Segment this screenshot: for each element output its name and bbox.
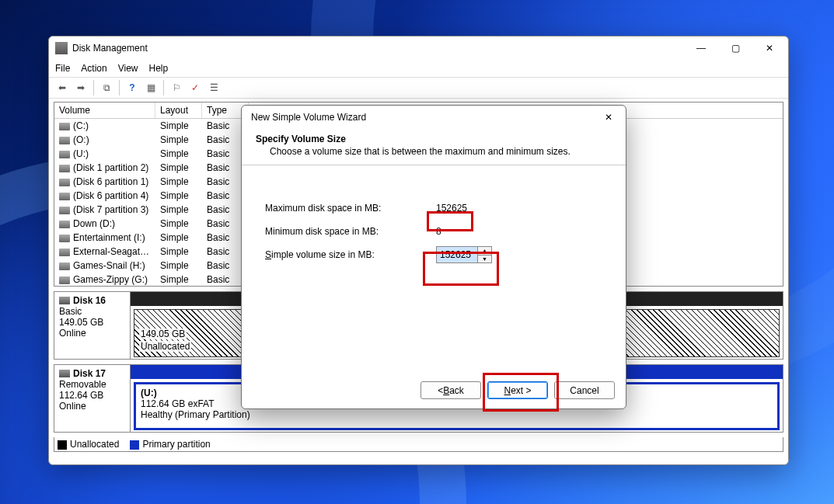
- disk-label: Disk 16: [73, 295, 106, 306]
- volume-icon: [59, 221, 70, 228]
- min-space-value: 8: [436, 226, 529, 237]
- dialog-titlebar[interactable]: New Simple Volume Wizard ✕: [242, 106, 626, 129]
- disk-size: 149.05 GB: [59, 317, 125, 328]
- volume-size-input[interactable]: [437, 247, 477, 262]
- legend-unallocated: Unallocated: [70, 439, 119, 450]
- disk-16-info: Disk 16 Basic 149.05 GB Online: [54, 292, 131, 359]
- window-title: Disk Management: [72, 43, 684, 54]
- spin-down-icon[interactable]: ▼: [478, 255, 491, 263]
- min-space-label: Minimum disk space in MB:: [265, 226, 436, 237]
- back-button[interactable]: < Back: [420, 381, 481, 399]
- volume-size-label: Simple volume size in MB:: [265, 249, 436, 260]
- list-icon[interactable]: ☰: [205, 79, 222, 96]
- volume-icon: [59, 123, 70, 130]
- disk-status: Online: [59, 328, 125, 339]
- col-layout[interactable]: Layout: [155, 103, 202, 118]
- disk-kind: Basic: [59, 306, 125, 317]
- action-icon[interactable]: ⚐: [168, 79, 185, 96]
- primary-swatch: [130, 440, 139, 450]
- col-volume[interactable]: Volume: [54, 103, 155, 118]
- volume-icon: [59, 151, 70, 158]
- dialog-close-button[interactable]: ✕: [596, 107, 621, 127]
- volume-icon: [59, 193, 70, 200]
- close-button[interactable]: ✕: [752, 36, 787, 60]
- legend-primary: Primary partition: [142, 439, 210, 450]
- menu-action[interactable]: Action: [81, 63, 106, 74]
- disk-icon: [59, 297, 70, 304]
- disk-icon: [59, 370, 70, 377]
- disk-status: Online: [59, 401, 125, 412]
- partition-name: (U:): [141, 388, 157, 398]
- volume-icon: [59, 207, 70, 214]
- volume-icon: [59, 179, 70, 186]
- spin-up-icon[interactable]: ▲: [478, 247, 491, 255]
- dialog-title: New Simple Volume Wizard: [251, 112, 596, 123]
- toolbar: ⬅ ➡ ⧉ ? ▦ ⚐ ✓ ☰: [49, 77, 788, 99]
- volume-icon: [59, 249, 70, 256]
- dialog-subtext: Choose a volume size that is between the…: [256, 144, 612, 157]
- menu-bar: File Action View Help: [49, 60, 788, 77]
- disk-label: Disk 17: [73, 368, 106, 379]
- minimize-button[interactable]: —: [684, 36, 718, 60]
- max-space-label: Maximum disk space in MB:: [265, 203, 436, 214]
- show-hide-icon[interactable]: ⧉: [98, 79, 115, 96]
- titlebar[interactable]: Disk Management — ▢ ✕: [49, 36, 788, 60]
- dialog-heading: Specify Volume Size: [256, 134, 346, 144]
- menu-file[interactable]: File: [55, 63, 70, 74]
- region-size: 149.05 GB: [139, 328, 187, 339]
- new-simple-volume-wizard: New Simple Volume Wizard ✕ Specify Volum…: [241, 105, 626, 409]
- disk-17-info: Disk 17 Removable 112.64 GB Online: [54, 365, 131, 432]
- help-icon[interactable]: ?: [124, 79, 141, 96]
- unallocated-swatch: [58, 440, 67, 450]
- volume-size-spinner[interactable]: ▲ ▼: [436, 246, 492, 263]
- disk-size: 112.64 GB: [59, 390, 125, 401]
- app-icon: [55, 42, 68, 54]
- volume-icon: [59, 137, 70, 144]
- volume-icon: [59, 276, 70, 284]
- dialog-header: Specify Volume Size Choose a volume size…: [242, 129, 626, 165]
- volume-icon: [59, 165, 70, 172]
- partition-health: Healthy (Primary Partition): [141, 409, 773, 420]
- legend: Unallocated Primary partition: [54, 437, 783, 452]
- check-icon[interactable]: ✓: [187, 79, 204, 96]
- volume-icon: [59, 235, 70, 242]
- maximize-button[interactable]: ▢: [718, 36, 752, 60]
- back-icon[interactable]: ⬅: [54, 79, 71, 96]
- max-space-value: 152625: [436, 203, 529, 214]
- grid-icon[interactable]: ▦: [142, 79, 159, 96]
- forward-icon[interactable]: ➡: [72, 79, 89, 96]
- cancel-button[interactable]: Cancel: [554, 381, 615, 399]
- next-button[interactable]: Next >: [487, 381, 548, 399]
- menu-view[interactable]: View: [118, 63, 138, 74]
- menu-help[interactable]: Help: [149, 63, 169, 74]
- disk-kind: Removable: [59, 379, 125, 390]
- volume-icon: [59, 262, 70, 270]
- region-status: Unallocated: [139, 341, 191, 352]
